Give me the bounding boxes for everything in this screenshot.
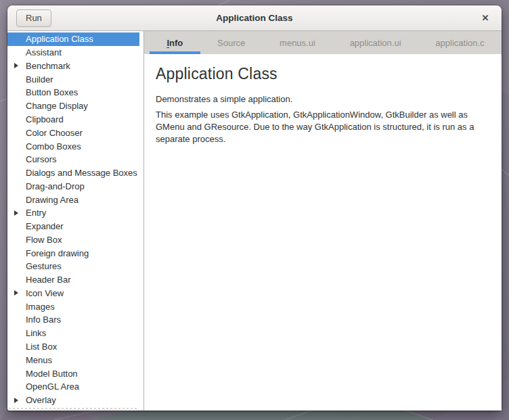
sidebar-item-label: Builder — [26, 74, 53, 85]
expander-arrow-icon[interactable] — [14, 290, 18, 296]
sidebar-item-images[interactable]: Images — [7, 300, 139, 313]
sidebar-item-color-chooser[interactable]: Color Chooser — [7, 126, 139, 139]
tab-application-c[interactable]: application.c — [418, 31, 502, 54]
expander-arrow-icon[interactable] — [14, 63, 18, 68]
sidebar-item-label: Drawing Area — [26, 195, 79, 205]
sidebar-item-info-bars[interactable]: Info Bars — [7, 313, 139, 327]
sidebar-item-label: Foreign drawing — [26, 248, 89, 258]
sidebar-item-application-class[interactable]: Application Class — [7, 32, 139, 46]
sidebar-item-label: Cursors — [26, 154, 57, 164]
sidebar-item-button-boxes[interactable]: Button Boxes — [7, 86, 139, 99]
sidebar-item-combo-boxes[interactable]: Combo Boxes — [7, 139, 139, 153]
titlebar[interactable]: Application Class Run ✕ — [7, 5, 502, 31]
sidebar-item-label: Menus — [26, 355, 52, 365]
tab-bar: InfoSourcemenus.uiapplication.uiapplicat… — [144, 31, 502, 54]
sidebar-item-label: Links — [26, 328, 46, 338]
tab-source[interactable]: Source — [200, 31, 263, 54]
sidebar-item-header-bar[interactable]: Header Bar — [7, 273, 139, 287]
sidebar-item-drag-and-drop[interactable]: Drag-and-Drop — [7, 179, 139, 193]
window-body: Application ClassAssistantBenchmarkBuild… — [7, 31, 502, 411]
sidebar-item-label: Application Class — [26, 34, 93, 44]
sidebar-item-label: Model Button — [26, 369, 78, 379]
info-content: Application Class Demonstrates a simple … — [144, 54, 502, 411]
page-title: Application Class — [156, 65, 490, 83]
sidebar-item-label: Clipboard — [26, 114, 64, 124]
sidebar-item-menus[interactable]: Menus — [7, 353, 139, 367]
sidebar-item-label: Assistant — [26, 47, 62, 57]
sidebar-item-clipboard[interactable]: Clipboard — [7, 113, 139, 126]
sidebar-item-label: Expander — [26, 221, 64, 231]
sidebar-item-label: Change Display — [26, 101, 88, 111]
window-title: Application Class — [62, 13, 447, 23]
sidebar-item-list-box[interactable]: List Box — [7, 340, 139, 354]
sidebar-item-builder[interactable]: Builder — [7, 72, 139, 86]
sidebar-item-label: Gestures — [26, 261, 62, 271]
sidebar-item-entry[interactable]: Entry — [7, 206, 139, 220]
sidebar-item-model-button[interactable]: Model Button — [7, 367, 139, 380]
close-button[interactable]: ✕ — [478, 11, 493, 26]
sidebar-item-links[interactable]: Links — [7, 327, 139, 340]
sidebar-item-flow-box[interactable]: Flow Box — [7, 233, 139, 246]
run-button[interactable]: Run — [16, 9, 51, 27]
sidebar-item-gestures[interactable]: Gestures — [7, 260, 139, 273]
description: Demonstrates a simple application. This … — [156, 93, 490, 145]
sidebar-item-label: Overlay — [26, 395, 56, 405]
tab-label: application.ui — [350, 38, 401, 48]
sidebar-overflow-indicator — [9, 408, 139, 409]
sidebar-item-overlay[interactable]: Overlay — [7, 394, 139, 407]
tab-menus-ui[interactable]: menus.ui — [263, 31, 333, 54]
sidebar-item-assistant[interactable]: Assistant — [7, 46, 139, 60]
description-paragraph: Demonstrates a simple application. — [156, 93, 485, 106]
sidebar-item-opengl-area[interactable]: OpenGL Area — [7, 380, 139, 394]
description-paragraph: This example uses GtkApplication, GtkApp… — [156, 109, 485, 145]
sidebar-item-label: Combo Boxes — [26, 141, 81, 151]
expander-arrow-icon[interactable] — [14, 210, 18, 216]
sidebar-item-label: List Box — [26, 342, 57, 352]
sidebar-item-label: Flow Box — [26, 235, 62, 245]
sidebar-item-label: Drag-and-Drop — [26, 181, 85, 191]
sidebar-list: Application ClassAssistantBenchmarkBuild… — [7, 31, 139, 406]
sidebar-item-label: Benchmark — [26, 61, 70, 71]
tab-application-ui[interactable]: application.ui — [332, 31, 418, 54]
sidebar: Application ClassAssistantBenchmarkBuild… — [7, 31, 144, 411]
sidebar-item-label: Button Boxes — [26, 87, 78, 97]
tab-label: menus.ui — [280, 38, 315, 48]
sidebar-item-drawing-area[interactable]: Drawing Area — [7, 193, 139, 206]
app-window: Application Class Run ✕ Application Clas… — [7, 5, 502, 411]
sidebar-item-expander[interactable]: Expander — [7, 220, 139, 233]
sidebar-item-benchmark[interactable]: Benchmark — [7, 60, 139, 73]
sidebar-item-label: Header Bar — [26, 275, 70, 285]
tab-label: application.c — [435, 38, 484, 48]
sidebar-item-cursors[interactable]: Cursors — [7, 153, 139, 166]
sidebar-item-foreign-drawing[interactable]: Foreign drawing — [7, 246, 139, 260]
main-pane: InfoSourcemenus.uiapplication.uiapplicat… — [144, 31, 502, 411]
sidebar-item-change-display[interactable]: Change Display — [7, 99, 139, 113]
sidebar-item-icon-view[interactable]: Icon View — [7, 287, 139, 300]
sidebar-item-label: Icon View — [26, 288, 64, 298]
sidebar-item-label: Info Bars — [26, 314, 61, 325]
tab-label: Source — [217, 38, 245, 48]
sidebar-item-label: OpenGL Area — [26, 381, 79, 392]
sidebar-item-label: Dialogs and Message Boxes — [26, 168, 137, 178]
tab-label: Info — [167, 38, 183, 48]
sidebar-item-dialogs-and-message-boxes[interactable]: Dialogs and Message Boxes — [7, 166, 139, 180]
close-icon: ✕ — [482, 13, 489, 23]
sidebar-item-label: Images — [26, 302, 55, 312]
expander-arrow-icon[interactable] — [14, 398, 18, 403]
sidebar-item-label: Color Chooser — [26, 128, 83, 138]
sidebar-item-label: Entry — [26, 208, 46, 218]
tab-info[interactable]: Info — [150, 31, 200, 54]
